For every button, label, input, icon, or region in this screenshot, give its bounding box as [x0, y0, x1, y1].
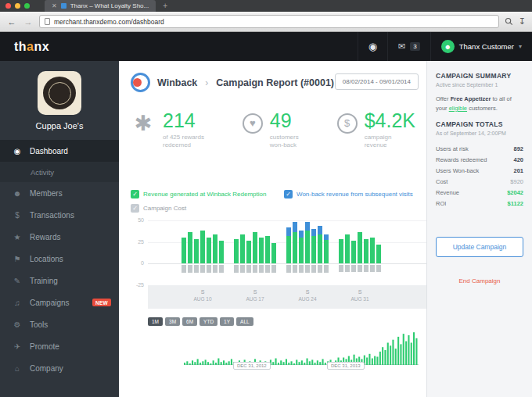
chat-icon: ✉: [398, 41, 405, 52]
bar-cost: [253, 265, 257, 273]
downloads-icon[interactable]: ↧: [519, 17, 526, 26]
sidebar-item-label: Campaigns: [30, 299, 70, 307]
sidebar: Cuppa Joe's ◉DashboardActivity☻Members$T…: [0, 61, 119, 397]
bar-revenue: [339, 239, 343, 263]
totals-row: Rewards redeemed420: [436, 154, 523, 165]
range-button-1m[interactable]: 1M: [148, 317, 163, 326]
stat-label: of 425 rewardsredeemed: [163, 134, 204, 150]
sidebar-item-rewards[interactable]: ★Rewards: [0, 226, 119, 248]
sidebar-item-members[interactable]: ☻Members: [0, 182, 119, 204]
y-tick-label: 50: [131, 217, 144, 223]
campaign-offer-text: Offer Free Appetizer to all of your elig…: [436, 95, 523, 113]
new-tab-button[interactable]: +: [163, 0, 167, 12]
thanx-logo[interactable]: thanx: [14, 40, 49, 54]
sidebar-item-label: Company: [30, 364, 63, 373]
totals-label: Users Won-back: [436, 167, 479, 174]
range-button-all[interactable]: ALL: [236, 317, 253, 326]
bar-revenue: [364, 239, 368, 263]
help-button[interactable]: ◉: [358, 32, 387, 61]
bar-wonback: [293, 222, 297, 232]
dollar-icon: $: [12, 211, 23, 220]
sidebar-item-campaigns[interactable]: ♫CampaignsNEW: [0, 291, 119, 313]
back-icon[interactable]: ←: [6, 17, 17, 27]
browser-tab-strip: ✕ Thanx – What Loyalty Sho... +: [0, 0, 532, 12]
tab-close-icon[interactable]: ✕: [52, 2, 57, 9]
totals-label: Rewards redeemed: [436, 156, 487, 163]
range-button-3m[interactable]: 3M: [165, 317, 180, 326]
zoom-window-button[interactable]: [24, 3, 30, 9]
user-menu[interactable]: ☻ Thanx Customer ▾: [430, 32, 532, 61]
sidebar-item-activity[interactable]: Activity: [0, 162, 119, 182]
close-window-button[interactable]: [5, 3, 11, 9]
sidebar-item-tools[interactable]: ⚙Tools: [0, 313, 119, 335]
forward-icon[interactable]: →: [23, 17, 34, 27]
navigator-chart[interactable]: DEC 31, 2012DEC 31, 2013: [184, 331, 419, 365]
messages-button[interactable]: ✉ 3: [387, 32, 430, 61]
minimize-window-button[interactable]: [15, 3, 20, 9]
bar-wonback: [299, 231, 304, 238]
bar-revenue: [271, 243, 276, 263]
legend-item-revenue-generated-at-winback-redemption[interactable]: ✓Revenue generated at Winback Redemption: [131, 190, 284, 198]
range-selector: 1M3M6MYTD1YALL: [148, 317, 253, 326]
bar-revenue: [188, 232, 192, 263]
bar-cost: [293, 265, 297, 273]
range-button-1y[interactable]: 1Y: [220, 317, 234, 326]
url-bar[interactable]: merchant.thanxdemo.com/dashboard: [39, 15, 499, 28]
date-range-picker[interactable]: 08/02/2014 - 09/01/2014: [335, 73, 419, 90]
bar-cost: [351, 265, 356, 272]
bar-cost: [318, 265, 322, 273]
bar-cost: [207, 265, 211, 273]
sidebar-item-transactions[interactable]: $Transactions: [0, 204, 119, 226]
bar-cost: [246, 265, 251, 273]
bar-revenue: [259, 238, 264, 263]
paperplane-icon: ✈: [12, 342, 23, 351]
gridline: [148, 263, 426, 264]
page-icon: [45, 18, 50, 25]
legend-item-won-back-revenue-from-subsequent-visits[interactable]: ✓Won-back revenue from subsequent visits: [284, 190, 413, 198]
seal-icon: ✱: [131, 111, 156, 150]
bar-cost: [219, 265, 224, 273]
totals-label: Revenue: [436, 189, 459, 196]
x-axis-label: SAUG 24: [286, 289, 329, 302]
update-campaign-button[interactable]: Update Campaign: [436, 237, 523, 257]
bar-cost: [234, 265, 239, 273]
bar-cost: [311, 265, 316, 273]
bar-wonback: [305, 222, 310, 231]
help-icon: ◉: [368, 41, 377, 52]
eligible-link[interactable]: eligible: [449, 105, 467, 112]
bar-revenue: [194, 239, 199, 263]
totals-label: ROI: [436, 200, 446, 207]
sidebar-menu: ◉DashboardActivity☻Members$Transactions★…: [0, 140, 119, 379]
bar-revenue: [299, 238, 304, 263]
sidebar-item-dashboard[interactable]: ◉Dashboard: [0, 140, 119, 162]
sidebar-item-promote[interactable]: ✈Promote: [0, 335, 119, 357]
bar-revenue: [265, 236, 270, 263]
page-title: Campaign Report (#0001): [216, 77, 334, 88]
campaign-summary-title: CAMPAIGN SUMMARY: [436, 72, 523, 80]
totals-row: Users at risk892: [436, 143, 523, 154]
bar-cost: [364, 265, 368, 272]
range-button-6m[interactable]: 6M: [182, 317, 197, 326]
bar-revenue: [324, 239, 329, 263]
sidebar-item-label: Rewards: [30, 233, 60, 241]
breadcrumb-separator-icon: ›: [205, 77, 208, 88]
winback-campaign-icon: [131, 73, 150, 92]
bar-cost: [200, 265, 205, 273]
checkbox-icon: ✓: [284, 190, 293, 198]
bar-wonback: [311, 229, 316, 236]
search-icon[interactable]: [505, 17, 513, 26]
end-campaign-button[interactable]: End Campaign: [436, 277, 523, 284]
sidebar-item-training[interactable]: ✎Training: [0, 270, 119, 291]
sidebar-item-company[interactable]: ⌂Company: [0, 357, 119, 379]
bar-cost: [299, 265, 304, 273]
stat-block: ✱214of 425 rewardsredeemed: [131, 111, 204, 150]
browser-tab[interactable]: ✕ Thanx – What Loyalty Sho...: [45, 0, 156, 12]
range-button-ytd[interactable]: YTD: [200, 317, 217, 326]
sidebar-item-locations[interactable]: ⚑Locations: [0, 248, 119, 270]
bar-cost: [305, 265, 310, 273]
bar-chart-plot: 50250-25: [148, 220, 426, 285]
breadcrumb-campaign-type[interactable]: Winback: [157, 77, 197, 88]
y-tick-label: -25: [131, 282, 144, 288]
legend-item-campaign-cost[interactable]: ✓Campaign Cost: [131, 204, 284, 213]
tab-favicon: [61, 3, 66, 9]
